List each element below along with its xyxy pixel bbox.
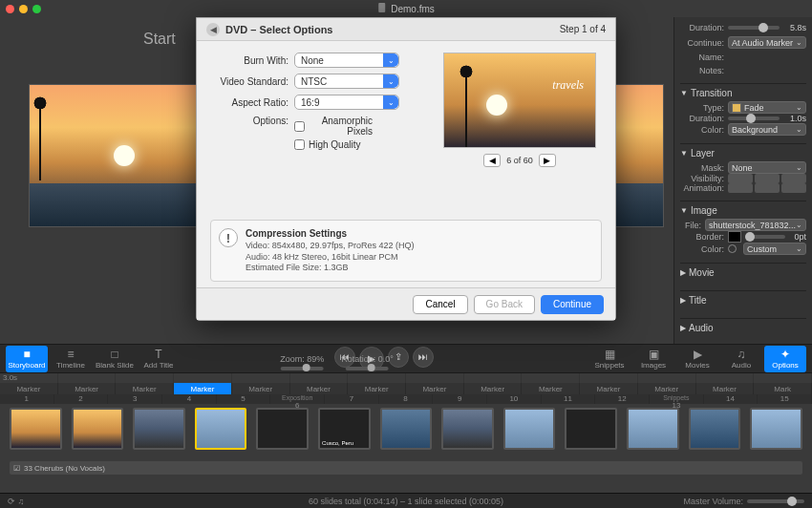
cancel-button[interactable]: Cancel	[413, 295, 467, 314]
left-tool-blank-slide[interactable]: □Blank Slide	[94, 346, 136, 372]
traffic-lights	[6, 5, 41, 13]
layer-mask-select[interactable]: None⌄	[728, 161, 806, 174]
marker-row: MarkerMarkerMarkerMarkerMarkerMarkerMark…	[0, 383, 812, 394]
image-border-swatch[interactable]	[728, 231, 741, 243]
marker-cell[interactable]: Marker	[116, 383, 174, 394]
burn-with-select[interactable]: None⌄	[294, 53, 399, 68]
close-window-button[interactable]	[6, 5, 14, 13]
master-volume-slider[interactable]	[747, 499, 804, 503]
image-file-select[interactable]: shutterstock_781832...⌄	[705, 219, 806, 231]
dialog-back-icon[interactable]: ◀	[206, 23, 220, 36]
marker-cell[interactable]: Marker	[290, 383, 349, 394]
index-cell[interactable]: 12	[595, 394, 650, 404]
slide-thumbnail[interactable]	[441, 408, 494, 450]
marker-cell[interactable]: Marker	[348, 383, 406, 394]
movie-section-header[interactable]: ▶Movie	[680, 267, 806, 278]
left-tool-add-title[interactable]: TAdd Title	[138, 346, 180, 372]
marker-cell[interactable]: Mark	[754, 383, 812, 394]
layer-section-header[interactable]: ▼Layer	[680, 148, 806, 159]
checkbox-icon[interactable]: ☑	[13, 464, 20, 473]
slide-thumbnail[interactable]	[503, 408, 556, 450]
image-color-radio[interactable]	[728, 244, 737, 253]
marker-cell[interactable]: Marker	[464, 383, 523, 394]
transition-duration-slider[interactable]	[728, 116, 780, 120]
index-cell[interactable]: Exposition6	[270, 394, 325, 404]
layer-animation-segments[interactable]	[728, 183, 806, 193]
go-back-button[interactable]: Go Back	[474, 295, 535, 314]
index-cell[interactable]: 3	[108, 394, 162, 404]
video-standard-select[interactable]: NTSC⌄	[294, 74, 399, 89]
preview-pager: ◀ 6 of 60 ▶	[483, 154, 556, 167]
layer-visibility-segments[interactable]	[728, 174, 806, 183]
marker-cell[interactable]: Marker	[580, 383, 638, 394]
zoom-slider[interactable]	[281, 367, 324, 370]
high-quality-checkbox[interactable]: High Quality	[294, 139, 373, 150]
continue-button[interactable]: Continue	[541, 295, 604, 314]
slide-thumbnail[interactable]	[689, 408, 741, 450]
slide-thumbnail[interactable]	[195, 408, 247, 450]
index-cell[interactable]: 8	[379, 394, 434, 404]
zoom-label: Zoom:	[280, 354, 305, 364]
slide-thumbnail[interactable]	[750, 408, 802, 450]
layer-animation-label: Animation:	[680, 183, 724, 193]
rotation-value: 0.0°	[378, 354, 394, 364]
marker-cell[interactable]: Marker	[696, 383, 755, 394]
right-tool-images[interactable]: ▣Images	[632, 346, 674, 372]
image-section-header[interactable]: ▼Image	[680, 205, 806, 216]
right-tool-options[interactable]: ✦Options	[764, 346, 806, 372]
index-cell[interactable]: 5	[217, 394, 271, 404]
slide-thumbnail[interactable]	[256, 408, 309, 450]
index-cell[interactable]: 2	[54, 394, 109, 404]
continue-select[interactable]: At Audio Marker⌄	[728, 36, 806, 49]
slide-thumbnail[interactable]	[10, 408, 62, 450]
right-tool-audio[interactable]: ♫Audio	[720, 346, 762, 372]
anamorphic-checkbox[interactable]: Anamorphic Pixels	[294, 116, 373, 137]
marker-cell[interactable]: Marker	[174, 383, 232, 394]
slide-thumbnail[interactable]	[565, 408, 617, 450]
slide-thumbnail[interactable]	[133, 408, 185, 450]
index-cell[interactable]: 11	[542, 394, 596, 404]
marker-cell[interactable]: Marker	[406, 383, 464, 394]
marker-cell[interactable]: Marker	[0, 383, 58, 394]
minimize-window-button[interactable]	[19, 5, 28, 13]
index-cell[interactable]: 4	[162, 394, 217, 404]
marker-cell[interactable]: Marker	[638, 383, 696, 394]
slide-thumbnail[interactable]	[627, 408, 679, 450]
slide-thumbnail[interactable]	[72, 408, 124, 450]
audio-section-header[interactable]: ▶Audio	[680, 323, 806, 333]
name-label: Name:	[680, 53, 724, 62]
audio-track[interactable]: ☑ 33 Cherubs (No Vocals)	[10, 461, 802, 475]
left-tool-timeline[interactable]: ≡Timeline	[50, 346, 92, 372]
maximize-window-button[interactable]	[32, 5, 41, 13]
slide-thumbnail[interactable]	[380, 408, 433, 450]
right-tool-movies[interactable]: ▶Movies	[676, 346, 718, 372]
transition-type-select[interactable]: Fade⌄	[728, 101, 806, 114]
left-tool-storyboard[interactable]: ■Storyboard	[6, 346, 48, 372]
preview-next-button[interactable]: ▶	[539, 154, 556, 167]
canvas-slide-left[interactable]	[29, 84, 220, 227]
image-border-slider[interactable]	[745, 235, 785, 239]
index-cell[interactable]: 7	[325, 394, 379, 404]
transition-section-header[interactable]: ▼Transition	[680, 88, 806, 98]
transition-color-select[interactable]: Background⌄	[728, 123, 806, 136]
index-cell[interactable]: Snippets13	[650, 394, 704, 404]
index-cell[interactable]: 10	[487, 394, 542, 404]
slide-thumbnail[interactable]: Cusco, Peru	[318, 408, 371, 450]
index-cell[interactable]: 9	[433, 394, 487, 404]
title-section-header[interactable]: ▶Title	[680, 295, 806, 306]
loop-icon[interactable]: ⟳	[8, 497, 15, 506]
marker-cell[interactable]: Marker	[522, 383, 580, 394]
preview-prev-button[interactable]: ◀	[483, 154, 501, 167]
index-cell[interactable]: 14	[704, 394, 759, 404]
rotation-slider[interactable]	[346, 367, 389, 370]
audio-icon[interactable]: ♫	[18, 497, 25, 506]
right-tool-snippets[interactable]: ▦Snippets	[588, 346, 630, 372]
image-color-select[interactable]: Custom⌄	[743, 243, 806, 255]
marker-cell[interactable]: Marker	[58, 383, 117, 394]
duration-slider[interactable]	[728, 26, 780, 30]
index-cell[interactable]: 15	[758, 394, 812, 404]
index-cell[interactable]: 1	[0, 394, 54, 404]
aspect-ratio-select[interactable]: 16:9⌄	[294, 95, 399, 110]
marker-cell[interactable]: Marker	[232, 383, 290, 394]
forward-button[interactable]: ⏭	[413, 347, 434, 368]
